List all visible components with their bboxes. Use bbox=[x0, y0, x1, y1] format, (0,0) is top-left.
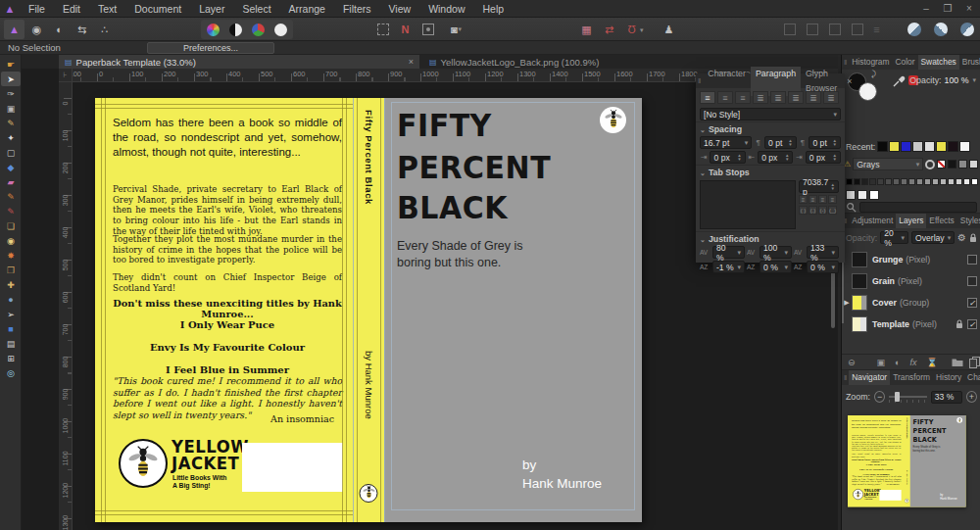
gray-swatch[interactable] bbox=[877, 178, 884, 185]
recent-swatch[interactable] bbox=[936, 141, 947, 152]
insert-inside-button[interactable] bbox=[930, 20, 951, 39]
tab-leader-line-button[interactable]: (_) bbox=[828, 206, 837, 215]
opacity-donut-icon[interactable] bbox=[925, 160, 935, 169]
tab-align-right-button[interactable]: ≡ bbox=[818, 195, 827, 204]
navigator-thumbnail[interactable]: Seldom has there been a book so middle o… bbox=[848, 415, 966, 507]
zoom-slider[interactable] bbox=[889, 391, 927, 403]
menu-item[interactable]: Help bbox=[473, 0, 513, 18]
layer-row-grunge[interactable]: Grunge (Pixel) bbox=[842, 249, 980, 270]
indent-right-field[interactable]: 0 px▲▼ bbox=[758, 151, 793, 164]
opacity-caret-icon[interactable]: ▾ bbox=[972, 76, 976, 84]
justify-all-button[interactable]: ≣ bbox=[806, 91, 821, 104]
gray-swatch[interactable] bbox=[940, 178, 947, 185]
blur-tool[interactable]: ● bbox=[1, 292, 21, 307]
tab-stops-list[interactable] bbox=[700, 180, 796, 229]
colour-picker-tool[interactable]: ✑ bbox=[1, 86, 21, 101]
assistant-options-button[interactable]: ◙▾ bbox=[446, 20, 466, 39]
move-forward-button[interactable] bbox=[802, 20, 822, 39]
group-layers-icon[interactable] bbox=[952, 358, 963, 367]
word-spacing-min-field[interactable]: 80 %▾ bbox=[712, 246, 745, 259]
recent-swatch[interactable] bbox=[912, 141, 923, 152]
subtract-selection-button[interactable]: N bbox=[395, 20, 416, 39]
indent-left-field[interactable]: 0 px▲▼ bbox=[710, 151, 745, 164]
close-button[interactable]: × bbox=[958, 0, 980, 18]
recent-swatch[interactable] bbox=[959, 141, 970, 152]
remove-adjustment-icon[interactable]: ⊖ bbox=[848, 358, 856, 367]
gray-swatch[interactable] bbox=[846, 178, 853, 185]
gray-swatch[interactable] bbox=[908, 178, 915, 185]
flood-fill-tool[interactable]: ◆ bbox=[1, 160, 21, 174]
tab-align-left-button[interactable]: ≡ bbox=[799, 195, 808, 204]
burn-tool[interactable]: ✸ bbox=[1, 248, 21, 263]
auto-levels-button[interactable] bbox=[203, 20, 223, 39]
panel-tab[interactable]: Histogram bbox=[849, 55, 892, 70]
adjustment-layer-icon[interactable]: ◐ bbox=[895, 358, 900, 367]
auto-contrast-button[interactable] bbox=[225, 20, 246, 39]
gray-swatch[interactable] bbox=[846, 190, 856, 200]
marquee-tool[interactable]: ▢ bbox=[1, 145, 21, 160]
justify-auto-button[interactable]: ≣ bbox=[823, 91, 839, 104]
panel-tab[interactable]: Adjustment bbox=[849, 214, 896, 228]
gray-swatch[interactable] bbox=[893, 178, 900, 185]
photo-persona-button[interactable]: ▲ bbox=[4, 20, 24, 39]
rectangle-tool[interactable]: ■ bbox=[1, 321, 21, 336]
recent-swatch[interactable] bbox=[877, 141, 888, 152]
restore-button[interactable]: ❐ bbox=[937, 0, 958, 18]
menu-item[interactable]: View bbox=[380, 0, 420, 18]
zoom-tool[interactable]: ◎ bbox=[1, 365, 21, 380]
layer-effects-icon[interactable]: fx bbox=[910, 358, 917, 367]
justify-right-button[interactable]: ≣ bbox=[788, 91, 804, 104]
mid-gray-swatch[interactable] bbox=[958, 160, 967, 169]
justify-left-button[interactable]: ≣ bbox=[753, 91, 768, 104]
panel-close-icon[interactable]: × bbox=[842, 76, 857, 86]
insert-behind-button[interactable] bbox=[904, 20, 924, 39]
gray-swatch[interactable] bbox=[916, 178, 923, 185]
book-cover-spread[interactable]: Seldom has there been a book so middle o… bbox=[95, 98, 642, 522]
recent-swatch[interactable] bbox=[924, 141, 935, 152]
menu-item[interactable]: Edit bbox=[54, 0, 89, 18]
move-backward-button[interactable] bbox=[824, 20, 845, 39]
swatch-search-input[interactable] bbox=[859, 202, 977, 213]
black-swatch[interactable] bbox=[948, 160, 956, 169]
menu-item[interactable]: File bbox=[20, 0, 54, 18]
swap-colours-icon[interactable]: ⤸ bbox=[871, 70, 876, 79]
layer-visibility-checkbox[interactable]: ✓ bbox=[967, 298, 977, 308]
align-center-button[interactable]: ≡ bbox=[717, 91, 733, 104]
zoom-value-field[interactable]: 33 % bbox=[931, 391, 962, 404]
space-after-field[interactable]: 0 pt▲▼ bbox=[808, 136, 841, 149]
tab-leader-none-button[interactable]: ( ) bbox=[799, 206, 808, 215]
mask-layer-icon[interactable]: ▣ bbox=[877, 358, 886, 367]
eyedropper-icon[interactable] bbox=[893, 74, 906, 87]
spacing-section-header[interactable]: ⌄Spacing bbox=[696, 121, 845, 135]
export-persona-button[interactable]: ∴ bbox=[94, 20, 115, 39]
lock-icon[interactable] bbox=[969, 233, 977, 243]
word-spacing-desired-field[interactable]: 100 %▾ bbox=[760, 246, 792, 259]
leading-field[interactable]: 16.7 pt▾ bbox=[700, 136, 752, 149]
pixel-grid-button[interactable]: ▦ bbox=[576, 20, 597, 39]
gray-swatch[interactable] bbox=[885, 178, 892, 185]
gray-swatch[interactable] bbox=[869, 178, 876, 185]
text-style-dropdown[interactable]: [No Style]▾ bbox=[700, 108, 841, 120]
erase-tool[interactable]: ❏ bbox=[1, 218, 21, 233]
tone-mapping-persona-button[interactable]: ⇆ bbox=[72, 20, 92, 39]
recent-swatch[interactable] bbox=[901, 141, 911, 152]
live-filter-icon[interactable]: ⌛ bbox=[927, 358, 938, 367]
gray-swatch[interactable] bbox=[924, 178, 931, 185]
align-right-button[interactable]: ≡ bbox=[735, 91, 751, 104]
duplicate-layer-icon[interactable] bbox=[969, 357, 980, 368]
panel-tab[interactable]: Effects bbox=[926, 214, 956, 228]
menu-item[interactable]: Document bbox=[125, 0, 190, 18]
tab-paperback-template[interactable]: ▤ Paperback Template (33.0%) × bbox=[59, 55, 419, 69]
snapping-magnet-button[interactable]: Ω bbox=[621, 20, 642, 39]
gray-swatch[interactable] bbox=[956, 178, 962, 185]
light-gray-swatch[interactable] bbox=[969, 160, 978, 169]
layer-row-template[interactable]: Template (Pixel) ✓ bbox=[842, 313, 980, 335]
recent-swatch[interactable] bbox=[948, 141, 958, 152]
blend-options-gear-icon[interactable]: ⚙ bbox=[957, 232, 966, 243]
assistant-manager-button[interactable]: ♟ bbox=[659, 20, 679, 39]
panel-tab[interactable]: Swatches bbox=[918, 55, 959, 70]
layer-opacity-field[interactable]: 20 %▾ bbox=[880, 231, 908, 244]
frame-text-tool[interactable]: ▤ bbox=[1, 336, 21, 351]
tab-align-decimal-button[interactable]: ≡ bbox=[828, 195, 837, 204]
panel-tab[interactable]: Brushes bbox=[959, 55, 980, 70]
